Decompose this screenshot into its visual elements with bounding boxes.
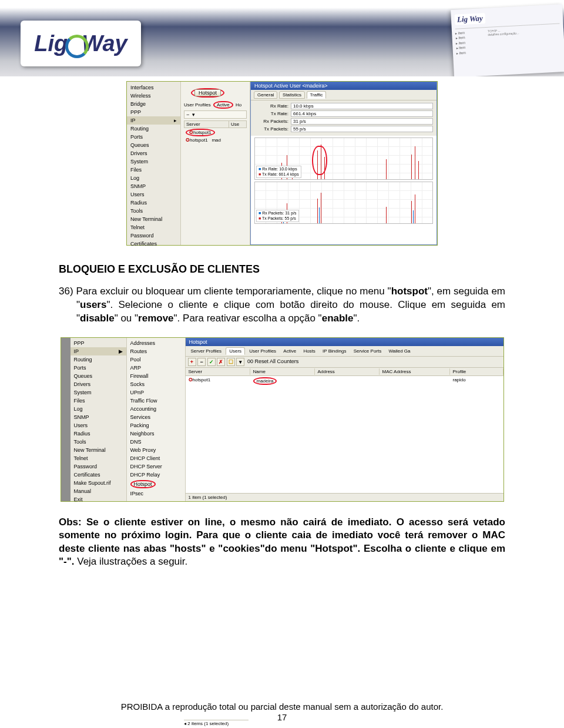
menu-item[interactable]: Drivers [70, 380, 126, 388]
toolbar: + − ✓ ✗ ☐ ▾ 00 Reset All Counters [186, 357, 503, 368]
submenu-item[interactable]: Traffic Flow [127, 397, 185, 405]
fig2-menu-col1: PPP IP ▶ Routing Ports Queues Drivers Sy… [70, 338, 127, 501]
menu-item[interactable]: SNMP [70, 413, 126, 421]
menu-item[interactable]: Exit [70, 495, 126, 504]
submenu-item[interactable]: Addresses [127, 339, 185, 347]
submenu-item[interactable]: UPnP [127, 388, 185, 397]
section-heading: BLOQUEIO E EXCLUSÃO DE CLIENTES [59, 263, 505, 276]
tab-ip-bindings[interactable]: IP Bindings [320, 348, 349, 354]
observation-paragraph: Obs: Se o cliente estiver on line, o mes… [59, 516, 505, 569]
menu-item[interactable]: Manual [70, 487, 126, 495]
menu-item[interactable]: Tools [127, 207, 180, 215]
menu-item[interactable]: Users [127, 190, 180, 199]
menu-item-ip[interactable]: IP ▸ [127, 116, 180, 125]
menu-item[interactable]: Telnet [127, 223, 180, 232]
fig2-menu-col2: Addresses Routes Pool ARP Firewall Socks… [127, 338, 186, 501]
menu-item[interactable]: Password [127, 232, 180, 240]
menu-item[interactable]: New Terminal [127, 215, 180, 223]
tab-traffic[interactable]: Traffic [307, 91, 327, 99]
menu-item[interactable]: Queues [70, 372, 126, 380]
document-header: LigWay Lig Way ▸ item▸ item▸ item▸ item▸… [0, 0, 564, 76]
submenu-item[interactable]: Firewall [127, 372, 185, 380]
submenu-item[interactable]: Accounting [127, 405, 185, 413]
menu-item[interactable]: Log [127, 174, 180, 182]
col-use: Use [229, 121, 246, 128]
menu-item[interactable]: Certificates [70, 471, 126, 479]
menu-item[interactable]: Wireless [127, 92, 180, 100]
tab-walled-garden[interactable]: Walled Ga [385, 348, 413, 354]
menu-item[interactable]: New Terminal [70, 446, 126, 454]
tab-users[interactable]: Users [226, 347, 245, 355]
active-oval-icon: Active [213, 101, 233, 109]
figure-hotspot-traffic: Interfaces Wireless Bridge PPP IP ▸ Rout… [126, 81, 438, 246]
menu-item[interactable]: Make Supout.rif [70, 479, 126, 487]
menu-item[interactable]: Files [70, 397, 126, 405]
submenu-item[interactable]: ARP [127, 364, 185, 372]
menu-item[interactable]: Queues [127, 141, 180, 149]
submenu-item[interactable]: IPsec [127, 489, 185, 498]
status-bar: 1 item (1 selected) [186, 493, 503, 501]
menu-item[interactable]: Radius [70, 430, 126, 438]
menu-item[interactable]: SNMP [127, 182, 180, 190]
menu-item[interactable]: Files [127, 166, 180, 174]
header-preview-card: Lig Way ▸ item▸ item▸ item▸ item▸ item T… [451, 4, 564, 76]
tab-ho[interactable]: Ho [236, 102, 241, 108]
submenu-item-hotspot[interactable]: Hotspot [127, 479, 185, 489]
fig1-sidemenu: Interfaces Wireless Bridge PPP IP ▸ Rout… [127, 82, 181, 245]
reset-counters-button[interactable]: 00 Reset All Counters [247, 358, 298, 364]
menu-item[interactable]: System [127, 157, 180, 166]
menu-item[interactable]: Users [70, 421, 126, 430]
submenu-item[interactable]: Socks [127, 380, 185, 388]
packets-chart: ■ Rx Packets: 31 p/s■ Tx Packets: 55 p/s [254, 182, 433, 224]
menu-item[interactable]: Log [70, 405, 126, 413]
submenu-item[interactable]: DHCP Server [127, 462, 185, 471]
menu-item[interactable]: Drivers [127, 149, 180, 157]
comment-button[interactable]: ☐ [227, 358, 235, 366]
submenu-item[interactable]: DHCP Relay [127, 471, 185, 479]
menu-item[interactable]: Ports [127, 133, 180, 141]
page-number: 17 [0, 712, 564, 722]
submenu-item[interactable]: Neighbors [127, 430, 185, 438]
submenu-item[interactable]: Services [127, 413, 185, 421]
add-button[interactable]: + [188, 358, 196, 366]
menu-item[interactable]: Interfaces [127, 83, 180, 92]
enable-button[interactable]: ✓ [207, 358, 216, 366]
menu-item[interactable]: Telnet [70, 454, 126, 462]
submenu-item[interactable]: Packing [127, 421, 185, 430]
menu-item[interactable]: Tools [70, 438, 126, 446]
submenu-item[interactable]: DHCP Client [127, 454, 185, 462]
remove-button[interactable]: − [197, 358, 206, 366]
menu-item[interactable]: Password [70, 462, 126, 471]
tab-statistics[interactable]: Statistics [279, 91, 305, 99]
logo-text-1: Lig [34, 31, 68, 56]
submenu-item[interactable]: Web Proxy [127, 446, 185, 454]
menu-item[interactable]: PPP [70, 339, 126, 347]
tab-user-profiles[interactable]: User Profiles [246, 348, 279, 354]
menu-item[interactable]: Ports [70, 364, 126, 372]
tab-general[interactable]: General [254, 91, 277, 99]
tab-service-ports[interactable]: Service Ports [351, 348, 385, 354]
tab-user-profiles[interactable]: User Profiles [184, 102, 211, 108]
menu-item[interactable]: Radius [127, 199, 180, 207]
filter-button[interactable]: ▾ [236, 358, 244, 366]
menu-item[interactable]: System [70, 388, 126, 397]
row-name-oval-icon: madeira [253, 377, 277, 385]
tx-packets-value: 55 p/s [291, 126, 433, 132]
menu-item[interactable]: PPP [127, 108, 180, 116]
menu-item[interactable]: Routing [70, 355, 126, 364]
tab-hosts[interactable]: Hosts [300, 348, 318, 354]
tab-active[interactable]: Active [217, 102, 230, 108]
disable-button[interactable]: ✗ [217, 358, 225, 366]
menu-item-ip[interactable]: IP ▶ [70, 347, 126, 355]
submenu-item[interactable]: DNS [127, 438, 185, 446]
submenu-item[interactable]: Pool [127, 355, 185, 364]
logo-text-2: Way [82, 31, 127, 56]
tab-server-profiles[interactable]: Server Profiles [188, 348, 224, 354]
menu-item[interactable]: Certificates [127, 240, 180, 248]
tab-active[interactable]: Active [280, 348, 299, 354]
table-row[interactable]: ✪hotspot1 madeira rapido [186, 376, 503, 386]
footer-text: PROIBIDA a reprodução total ou parcial d… [0, 702, 564, 712]
submenu-item[interactable]: Routes [127, 347, 185, 355]
menu-item[interactable]: Routing [127, 125, 180, 133]
menu-item[interactable]: Bridge [127, 100, 180, 108]
